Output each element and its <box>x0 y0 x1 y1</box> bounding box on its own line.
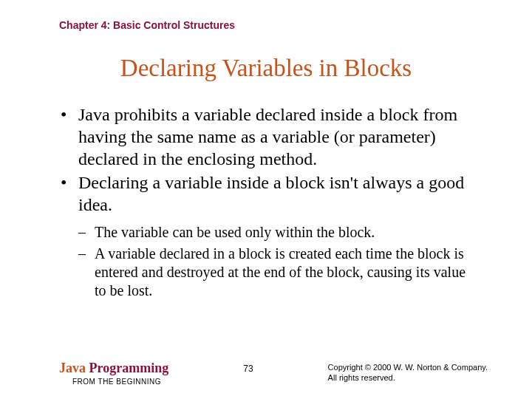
chapter-header: Chapter 4: Basic Control Structures <box>59 19 235 31</box>
footer-book-block: Java Programming FROM THE BEGINNING <box>59 361 168 386</box>
sub-bullet-marker: – <box>78 245 95 263</box>
bullet-marker: • <box>59 171 78 194</box>
book-title-programming: Programming <box>86 361 168 375</box>
slide-footer: Java Programming FROM THE BEGINNING 73 C… <box>59 361 488 386</box>
copyright-text: Copyright © 2000 W. W. Norton & Company.… <box>328 361 488 383</box>
slide-content: • Java prohibits a variable declared ins… <box>59 103 480 300</box>
bullet-text: Declaring a variable inside a block isn'… <box>78 171 480 216</box>
bullet-text: Java prohibits a variable declared insid… <box>78 103 480 170</box>
sub-bullet-text: The variable can be used only within the… <box>95 223 375 242</box>
bullet-item: • Declaring a variable inside a block is… <box>59 171 480 216</box>
book-title: Java Programming <box>59 361 168 376</box>
copyright-line: Copyright © 2000 W. W. Norton & Company. <box>328 362 488 372</box>
bullet-item: • Java prohibits a variable declared ins… <box>59 103 480 170</box>
copyright-line: All rights reserved. <box>328 372 488 383</box>
sub-bullet-marker: – <box>78 223 95 242</box>
sub-bullet-item: – The variable can be used only within t… <box>78 223 480 242</box>
page-number: 73 <box>243 361 253 374</box>
sub-bullet-item: – A variable declared in a block is crea… <box>78 245 480 300</box>
slide-title: Declaring Variables in Blocks <box>0 55 532 82</box>
bullet-marker: • <box>59 103 78 126</box>
book-title-java: Java <box>59 361 86 375</box>
book-subtitle: FROM THE BEGINNING <box>72 378 168 386</box>
sub-bullet-text: A variable declared in a block is create… <box>95 245 480 300</box>
